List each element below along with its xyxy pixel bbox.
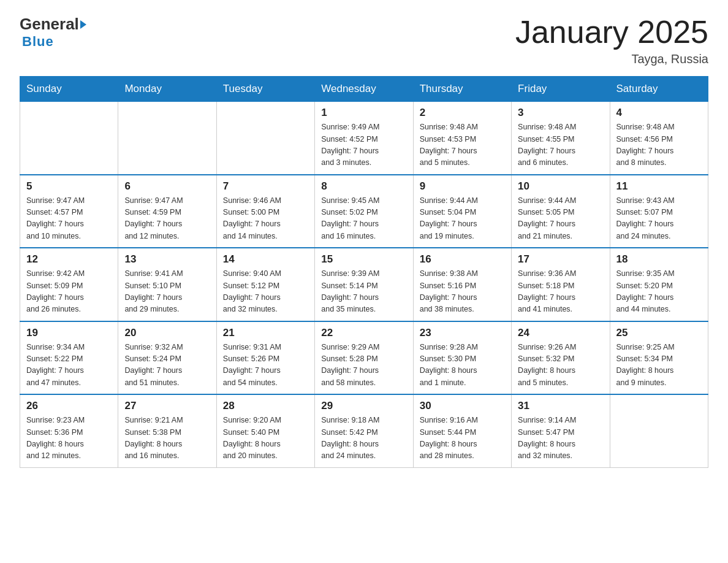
day-info: Sunrise: 9:47 AMSunset: 4:59 PMDaylight:… xyxy=(124,195,210,243)
day-info: Sunrise: 9:40 AMSunset: 5:12 PMDaylight:… xyxy=(223,268,308,316)
day-number: 20 xyxy=(124,327,210,339)
day-number: 19 xyxy=(26,327,112,339)
calendar-table: SundayMondayTuesdayWednesdayThursdayFrid… xyxy=(20,76,708,468)
day-number: 31 xyxy=(518,400,603,412)
calendar-cell: 14Sunrise: 9:40 AMSunset: 5:12 PMDayligh… xyxy=(216,248,314,321)
day-number: 1 xyxy=(321,107,406,119)
title-area: January 2025 Tayga, Russia xyxy=(515,15,708,66)
calendar-cell: 29Sunrise: 9:18 AMSunset: 5:42 PMDayligh… xyxy=(315,394,413,467)
day-number: 7 xyxy=(223,180,308,193)
calendar-cell: 4Sunrise: 9:48 AMSunset: 4:56 PMDaylight… xyxy=(610,102,708,175)
calendar-cell: 19Sunrise: 9:34 AMSunset: 5:22 PMDayligh… xyxy=(20,321,118,395)
day-number: 17 xyxy=(518,253,603,266)
day-info: Sunrise: 9:44 AMSunset: 5:04 PMDaylight:… xyxy=(420,195,505,243)
day-number: 2 xyxy=(420,107,505,119)
calendar-week-row: 26Sunrise: 9:23 AMSunset: 5:36 PMDayligh… xyxy=(20,394,708,467)
day-of-week-header: Saturday xyxy=(610,77,708,102)
day-of-week-header: Tuesday xyxy=(216,77,314,102)
day-number: 18 xyxy=(616,253,702,266)
day-of-week-header: Wednesday xyxy=(315,77,413,102)
day-info: Sunrise: 9:48 AMSunset: 4:55 PMDaylight:… xyxy=(518,121,603,169)
day-of-week-header: Thursday xyxy=(413,77,511,102)
calendar-week-row: 19Sunrise: 9:34 AMSunset: 5:22 PMDayligh… xyxy=(20,321,708,395)
day-info: Sunrise: 9:25 AMSunset: 5:34 PMDaylight:… xyxy=(616,342,702,389)
day-number: 14 xyxy=(223,253,308,266)
day-of-week-header: Friday xyxy=(512,77,610,102)
day-number: 15 xyxy=(321,253,406,266)
day-info: Sunrise: 9:14 AMSunset: 5:47 PMDaylight:… xyxy=(518,415,603,462)
calendar-cell: 3Sunrise: 9:48 AMSunset: 4:55 PMDaylight… xyxy=(512,102,610,175)
calendar-cell: 22Sunrise: 9:29 AMSunset: 5:28 PMDayligh… xyxy=(315,321,413,395)
calendar-cell: 17Sunrise: 9:36 AMSunset: 5:18 PMDayligh… xyxy=(512,248,610,321)
calendar-week-row: 12Sunrise: 9:42 AMSunset: 5:09 PMDayligh… xyxy=(20,248,708,321)
day-info: Sunrise: 9:39 AMSunset: 5:14 PMDaylight:… xyxy=(321,268,406,316)
location-text: Tayga, Russia xyxy=(515,52,708,66)
calendar-cell xyxy=(20,102,118,175)
calendar-cell: 31Sunrise: 9:14 AMSunset: 5:47 PMDayligh… xyxy=(512,394,610,467)
day-number: 4 xyxy=(616,107,702,119)
day-number: 13 xyxy=(124,253,210,266)
day-info: Sunrise: 9:46 AMSunset: 5:00 PMDaylight:… xyxy=(223,195,308,243)
day-number: 26 xyxy=(26,400,112,412)
calendar-cell: 8Sunrise: 9:45 AMSunset: 5:02 PMDaylight… xyxy=(315,175,413,248)
day-info: Sunrise: 9:43 AMSunset: 5:07 PMDaylight:… xyxy=(616,195,702,243)
day-info: Sunrise: 9:35 AMSunset: 5:20 PMDaylight:… xyxy=(616,268,702,316)
day-number: 30 xyxy=(420,400,505,412)
day-info: Sunrise: 9:36 AMSunset: 5:18 PMDaylight:… xyxy=(518,268,603,316)
calendar-cell: 1Sunrise: 9:49 AMSunset: 4:52 PMDaylight… xyxy=(315,102,413,175)
day-number: 8 xyxy=(321,180,406,193)
calendar-week-row: 5Sunrise: 9:47 AMSunset: 4:57 PMDaylight… xyxy=(20,175,708,248)
calendar-cell: 27Sunrise: 9:21 AMSunset: 5:38 PMDayligh… xyxy=(118,394,216,467)
day-info: Sunrise: 9:32 AMSunset: 5:24 PMDaylight:… xyxy=(124,342,210,389)
day-info: Sunrise: 9:28 AMSunset: 5:30 PMDaylight:… xyxy=(420,342,505,389)
day-info: Sunrise: 9:49 AMSunset: 4:52 PMDaylight:… xyxy=(321,121,406,169)
calendar-cell: 28Sunrise: 9:20 AMSunset: 5:40 PMDayligh… xyxy=(216,394,314,467)
day-number: 6 xyxy=(124,180,210,193)
calendar-cell xyxy=(610,394,708,467)
calendar-cell xyxy=(216,102,314,175)
day-number: 16 xyxy=(420,253,505,266)
day-info: Sunrise: 9:38 AMSunset: 5:16 PMDaylight:… xyxy=(420,268,505,316)
calendar-cell: 10Sunrise: 9:44 AMSunset: 5:05 PMDayligh… xyxy=(512,175,610,248)
day-number: 21 xyxy=(223,327,308,339)
calendar-cell: 5Sunrise: 9:47 AMSunset: 4:57 PMDaylight… xyxy=(20,175,118,248)
calendar-week-row: 1Sunrise: 9:49 AMSunset: 4:52 PMDaylight… xyxy=(20,102,708,175)
day-number: 9 xyxy=(420,180,505,193)
calendar-cell: 7Sunrise: 9:46 AMSunset: 5:00 PMDaylight… xyxy=(216,175,314,248)
calendar-cell: 20Sunrise: 9:32 AMSunset: 5:24 PMDayligh… xyxy=(118,321,216,395)
day-info: Sunrise: 9:21 AMSunset: 5:38 PMDaylight:… xyxy=(124,415,210,462)
calendar-cell: 6Sunrise: 9:47 AMSunset: 4:59 PMDaylight… xyxy=(118,175,216,248)
calendar-cell: 18Sunrise: 9:35 AMSunset: 5:20 PMDayligh… xyxy=(610,248,708,321)
day-info: Sunrise: 9:16 AMSunset: 5:44 PMDaylight:… xyxy=(420,415,505,462)
day-info: Sunrise: 9:48 AMSunset: 4:53 PMDaylight:… xyxy=(420,121,505,169)
day-number: 10 xyxy=(518,180,603,193)
calendar-cell: 15Sunrise: 9:39 AMSunset: 5:14 PMDayligh… xyxy=(315,248,413,321)
day-info: Sunrise: 9:41 AMSunset: 5:10 PMDaylight:… xyxy=(124,268,210,316)
day-info: Sunrise: 9:31 AMSunset: 5:26 PMDaylight:… xyxy=(223,342,308,389)
day-number: 12 xyxy=(26,253,112,266)
calendar-cell: 12Sunrise: 9:42 AMSunset: 5:09 PMDayligh… xyxy=(20,248,118,321)
calendar-cell: 11Sunrise: 9:43 AMSunset: 5:07 PMDayligh… xyxy=(610,175,708,248)
day-info: Sunrise: 9:34 AMSunset: 5:22 PMDaylight:… xyxy=(26,342,112,389)
day-of-week-header: Monday xyxy=(118,77,216,102)
calendar-cell: 24Sunrise: 9:26 AMSunset: 5:32 PMDayligh… xyxy=(512,321,610,395)
day-number: 25 xyxy=(616,327,702,339)
day-info: Sunrise: 9:18 AMSunset: 5:42 PMDaylight:… xyxy=(321,415,406,462)
day-number: 23 xyxy=(420,327,505,339)
day-number: 28 xyxy=(223,400,308,412)
calendar-cell: 25Sunrise: 9:25 AMSunset: 5:34 PMDayligh… xyxy=(610,321,708,395)
day-number: 3 xyxy=(518,107,603,119)
day-number: 29 xyxy=(321,400,406,412)
logo-arrow-icon xyxy=(80,20,86,29)
logo-general-text: General xyxy=(20,15,79,34)
day-info: Sunrise: 9:26 AMSunset: 5:32 PMDaylight:… xyxy=(518,342,603,389)
calendar-cell: 13Sunrise: 9:41 AMSunset: 5:10 PMDayligh… xyxy=(118,248,216,321)
day-info: Sunrise: 9:45 AMSunset: 5:02 PMDaylight:… xyxy=(321,195,406,243)
logo: General Blue xyxy=(20,15,86,50)
day-info: Sunrise: 9:42 AMSunset: 5:09 PMDaylight:… xyxy=(26,268,112,316)
day-info: Sunrise: 9:48 AMSunset: 4:56 PMDaylight:… xyxy=(616,121,702,169)
calendar-cell: 26Sunrise: 9:23 AMSunset: 5:36 PMDayligh… xyxy=(20,394,118,467)
calendar-cell: 23Sunrise: 9:28 AMSunset: 5:30 PMDayligh… xyxy=(413,321,511,395)
day-info: Sunrise: 9:23 AMSunset: 5:36 PMDaylight:… xyxy=(26,415,112,462)
calendar-cell: 16Sunrise: 9:38 AMSunset: 5:16 PMDayligh… xyxy=(413,248,511,321)
